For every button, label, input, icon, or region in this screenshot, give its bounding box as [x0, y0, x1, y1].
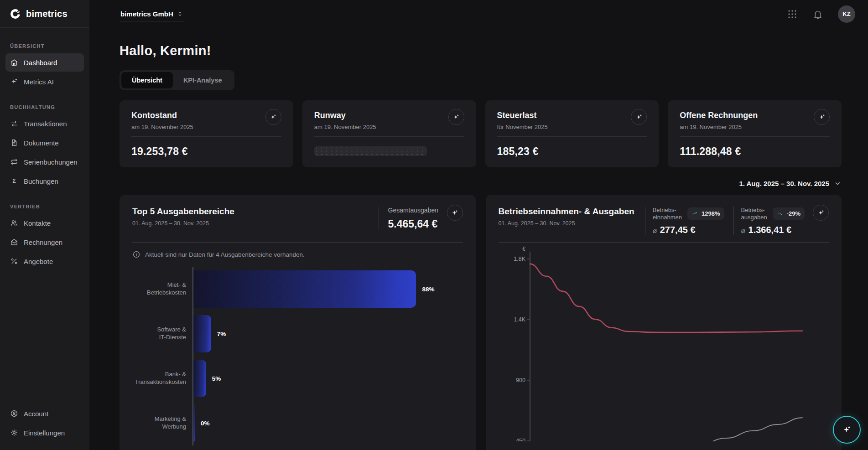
date-range-selector[interactable]: 1. Aug. 2025 – 30. Nov. 2025 — [120, 177, 842, 189]
gear-icon — [10, 429, 18, 437]
bar-bank-transaktionskosten[interactable] — [193, 360, 206, 397]
expenses-panel-title: Top 5 Ausgabenbereiche — [132, 207, 234, 217]
chevron-updown-icon — [177, 10, 183, 17]
kpi-value: 111.288,48 € — [680, 145, 830, 158]
loading-skeleton — [314, 146, 427, 156]
kpi-card-row: Kontostand am 19. November 2025 19.253,7… — [120, 100, 842, 167]
svg-text:Σ: Σ — [12, 177, 16, 184]
app-root: bimetrics ÜBERSICHTDashboardMetrics AIBU… — [0, 0, 868, 450]
sidebar-nav: ÜBERSICHTDashboardMetrics AIBUCHHALTUNGT… — [0, 28, 89, 271]
stat-value: 1.366,41 € — [748, 225, 792, 235]
kpi-title: Kontostand — [131, 111, 193, 120]
total-expenses-block: Gesamtausgaben 5.465,64 € — [379, 207, 439, 230]
date-range-label: 1. Aug. 2025 – 30. Nov. 2025 — [739, 180, 829, 187]
divider — [497, 136, 647, 137]
divider — [314, 136, 464, 137]
ai-sparkle-button[interactable] — [631, 109, 647, 125]
repeat-icon — [10, 158, 18, 166]
percent-icon — [10, 257, 18, 265]
divider — [499, 242, 829, 243]
home-icon — [10, 58, 18, 67]
sidebar-item-dashboard[interactable]: Dashboard — [5, 53, 84, 72]
sidebar-item-kontakte[interactable]: Kontakte — [5, 214, 84, 232]
divider — [131, 136, 281, 137]
bar-chart-canvas: 88%7%5%0% — [192, 267, 463, 445]
y-axis-unit: € — [522, 246, 525, 252]
bar-value-label: 5% — [212, 375, 221, 382]
sidebar-item-einstellungen[interactable]: Einstellungen — [5, 424, 84, 442]
company-selector[interactable]: bimetrics GmbH — [120, 6, 184, 22]
stat-value: 277,45 € — [660, 225, 696, 235]
ai-sparkle-button[interactable] — [813, 205, 829, 221]
y-tick-label: 1.8K — [514, 256, 525, 262]
ai-sparkle-button[interactable] — [265, 109, 281, 125]
trend-badge: 1298% — [687, 207, 724, 220]
info-icon — [132, 250, 140, 259]
tab-kpi-analyse[interactable]: KPI-Analyse — [173, 72, 233, 88]
panel-row: Top 5 Ausgabenbereiche 01. Aug. 2025 – 3… — [120, 195, 842, 450]
bar-miet-betriebskosten[interactable] — [193, 270, 416, 308]
divider — [680, 136, 830, 137]
sparkle-icon — [842, 425, 852, 434]
income-expense-panel: Betriebseinnahmen- & Ausgaben 01. Aug. 2… — [486, 195, 842, 450]
bar-value-label: 0% — [201, 420, 210, 427]
sparkle-icon — [817, 209, 825, 217]
sigma-icon: Σ — [10, 177, 18, 185]
kpi-title: Runway — [314, 111, 376, 120]
sidebar-item-metrics-ai[interactable]: Metrics AI — [5, 72, 84, 91]
kpi-card-kontostand: Kontostand am 19. November 2025 19.253,7… — [120, 100, 293, 167]
stat-group-ausgaben: Betriebs- ausgaben -29% ⌀ 1.366,41 € — [733, 207, 805, 235]
average-sign: ⌀ — [741, 227, 745, 235]
avatar[interactable]: KZ — [838, 5, 855, 23]
bar-row: 88% — [193, 267, 463, 311]
sidebar-item-buchungen[interactable]: ΣBuchungen — [5, 172, 84, 190]
bar-software-it-dienste[interactable] — [193, 315, 211, 352]
bar-row: 7% — [193, 311, 463, 356]
sidebar-item-dokumente[interactable]: Dokumente — [5, 134, 84, 152]
ai-sparkle-button[interactable] — [814, 109, 830, 125]
sidebar-item-label: Kontakte — [24, 219, 51, 227]
user-circle-icon — [10, 409, 18, 418]
total-expenses-value: 5.465,64 € — [388, 218, 439, 230]
divider — [132, 242, 463, 243]
sparkle-icon — [270, 114, 277, 121]
grid-icon[interactable] — [787, 9, 798, 20]
kpi-subtitle: am 19. November 2025 — [314, 124, 376, 130]
data-notice: Aktuell sind nur Daten für 4 Ausgabenber… — [132, 250, 463, 259]
sidebar-item-transaktionen[interactable]: Transaktionen — [5, 114, 84, 133]
sidebar-item-rechnungen[interactable]: Rechnungen — [5, 233, 84, 251]
ai-sparkle-button[interactable] — [448, 109, 464, 125]
transfer-icon — [10, 119, 18, 128]
sidebar-footer: AccountEinstellungen — [0, 404, 89, 450]
line-betriebseinnahmen — [699, 418, 802, 441]
sidebar-item-account[interactable]: Account — [5, 404, 84, 423]
expenses-panel-subtitle: 01. Aug. 2025 – 30. Nov. 2025 — [132, 220, 234, 227]
trend-up-icon — [691, 211, 699, 217]
tab--bersicht[interactable]: Übersicht — [121, 72, 173, 88]
sidebar-item-label: Dashboard — [24, 59, 57, 67]
topbar: bimetrics GmbH KZ — [89, 0, 868, 28]
kpi-title: Offene Rechnungen — [680, 111, 758, 120]
bar-row: 5% — [193, 356, 463, 401]
sparkle-icon — [818, 114, 826, 121]
bar-category-label: Miet- &Betriebskosten — [132, 267, 186, 311]
income-expense-title: Betriebseinnahmen- & Ausgaben — [499, 207, 634, 217]
company-name: bimetrics GmbH — [120, 10, 173, 18]
expenses-panel: Top 5 Ausgabenbereiche 01. Aug. 2025 – 3… — [120, 195, 476, 450]
income-expense-line-chart: €1.8K1.4K900450 — [499, 245, 829, 443]
sidebar-item-angebote[interactable]: Angebote — [5, 252, 84, 270]
sidebar-item-serienbuchungen[interactable]: Serienbuchungen — [5, 153, 84, 171]
kpi-subtitle: für November 2025 — [497, 124, 548, 130]
page-title: Hallo, Kermin! — [120, 43, 842, 58]
bar-marketing-werbung[interactable] — [193, 404, 195, 442]
ai-sparkle-button[interactable] — [447, 205, 463, 221]
sidebar-item-label: Dokumente — [24, 139, 59, 147]
sidebar-item-label: Metrics AI — [24, 78, 54, 86]
stat-label: Betriebs- einnahmen — [653, 207, 682, 221]
bar-category-label: Software &IT-Dienste — [132, 311, 186, 356]
bell-icon[interactable] — [812, 9, 823, 20]
stat-group-einnahmen: Betriebs- einnahmen 1298% ⌀ 277,45 € — [645, 207, 724, 235]
bimetrics-logo-icon — [9, 8, 21, 20]
ai-assistant-fab[interactable] — [833, 416, 861, 444]
brand-logo: bimetrics — [0, 0, 89, 28]
